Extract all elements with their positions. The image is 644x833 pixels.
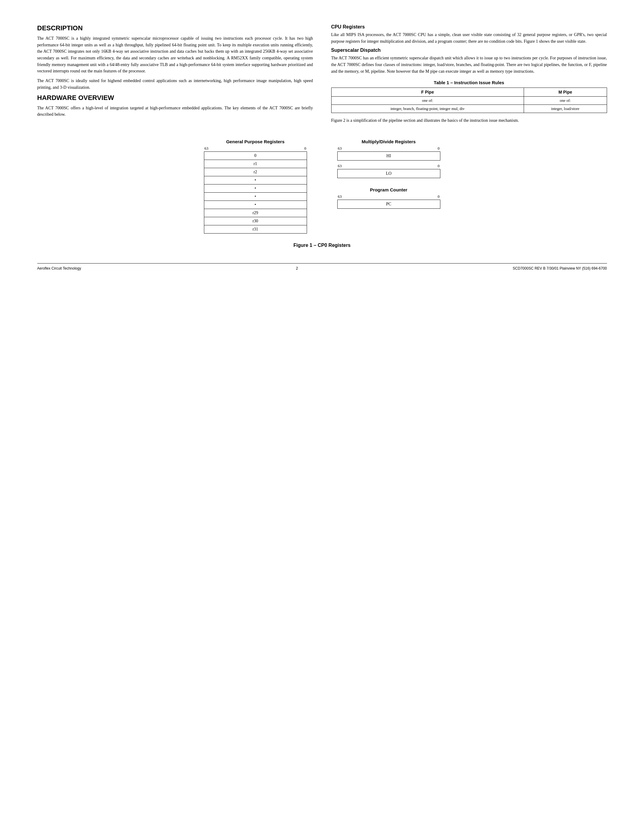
description-title: DESCRIPTION xyxy=(37,24,313,32)
md-hi-bit-labels: 63 0 xyxy=(337,146,440,151)
cpu-registers-title: CPU Registers xyxy=(331,24,607,30)
gpr-cell: r31 xyxy=(204,225,307,233)
gpr-cell: r29 xyxy=(204,209,307,217)
gpr-cell: • xyxy=(204,201,307,209)
gpr-row: • xyxy=(204,176,307,185)
figure-caption: Figure 1 – CP0 Registers xyxy=(37,243,607,248)
right-diagrams: Multiply/Divide Registers 63 0 HI 63 0 L… xyxy=(337,139,440,209)
table-row: one of: one of: xyxy=(331,96,607,105)
md-hi-register: HI xyxy=(337,151,440,161)
table-header-fpipe: F Pipe xyxy=(331,88,524,96)
instruction-table-section: Table 1 – Instruction Issue Rules F Pipe… xyxy=(331,80,607,113)
gpr-cell: r1 xyxy=(204,160,307,168)
pc-bit-labels: 63 0 xyxy=(337,194,440,199)
md-lo-bit-high: 63 xyxy=(338,164,342,169)
gpr-cell: • xyxy=(204,193,307,201)
pc-bit-high: 63 xyxy=(338,194,342,199)
superscalar-title: Superscalar Dispatch xyxy=(331,48,607,53)
md-hi-bit-high: 63 xyxy=(338,146,342,151)
gpr-cell: r2 xyxy=(204,168,307,176)
gpr-row: r1 xyxy=(204,160,307,168)
page: DESCRIPTION The ACT 7000SC is a highly i… xyxy=(37,24,607,270)
md-diagram: Multiply/Divide Registers 63 0 HI 63 0 L… xyxy=(337,139,440,178)
table-cell-fpipe-row2: integer, branch, floating-point, integer… xyxy=(331,105,524,113)
pc-title: Program Counter xyxy=(370,187,407,192)
table-header-mpipe: M Pipe xyxy=(524,88,607,96)
gpr-cell: r30 xyxy=(204,217,307,225)
gpr-bit-high: 63 xyxy=(204,146,209,151)
gpr-bit-labels: 63 0 xyxy=(204,146,307,151)
md-hi-bit-low: 0 xyxy=(438,146,440,151)
gpr-row: • xyxy=(204,185,307,193)
figure2-text: Figure 2 is a simplification of the pipe… xyxy=(331,117,607,124)
footer: Aeroflex Circuit Technology 2 SCD7000SC … xyxy=(37,263,607,270)
instruction-issue-table: F Pipe M Pipe one of: one of: integer, b… xyxy=(331,88,607,113)
gpr-cell: 0 xyxy=(204,152,307,160)
figure-section: General Purpose Registers 63 0 0r1r2••••… xyxy=(37,139,607,233)
superscalar-p1: The ACT 7000SC has an efficient symmetri… xyxy=(331,55,607,74)
cpu-registers-p1: Like all MIPS ISA processors, the ACT 70… xyxy=(331,32,607,45)
gpr-row: • xyxy=(204,193,307,201)
main-content: DESCRIPTION The ACT 7000SC is a highly i… xyxy=(37,24,607,127)
table-cell-mpipe-row2: integer, load/store xyxy=(524,105,607,113)
md-lo-bit-low: 0 xyxy=(438,164,440,169)
gpr-row: • xyxy=(204,201,307,209)
pc-diagram: Program Counter 63 0 PC xyxy=(337,187,440,209)
footer-left: Aeroflex Circuit Technology xyxy=(37,266,81,270)
hardware-title: HARDWARE OVERVIEW xyxy=(37,94,313,102)
gpr-row: r31 xyxy=(204,225,307,233)
gpr-row: r2 xyxy=(204,168,307,176)
gpr-table: 0r1r2••••r29r30r31 xyxy=(204,151,307,233)
pc-bit-low: 0 xyxy=(438,194,440,199)
footer-page-number: 2 xyxy=(296,266,298,270)
md-title: Multiply/Divide Registers xyxy=(362,139,415,144)
gpr-diagram: General Purpose Registers 63 0 0r1r2••••… xyxy=(204,139,307,233)
description-p2: The ACT 7000SC is ideally suited for hig… xyxy=(37,77,313,90)
table-cell-fpipe-row1: one of: xyxy=(331,96,524,105)
hardware-p1: The ACT 7000SC offers a high-level of in… xyxy=(37,105,313,118)
left-column: DESCRIPTION The ACT 7000SC is a highly i… xyxy=(37,24,313,127)
gpr-cell: • xyxy=(204,176,307,185)
table-row: integer, branch, floating-point, integer… xyxy=(331,105,607,113)
right-column: CPU Registers Like all MIPS ISA processo… xyxy=(331,24,607,127)
table-title: Table 1 – Instruction Issue Rules xyxy=(331,80,607,85)
description-p1: The ACT 7000SC is a highly integrated sy… xyxy=(37,35,313,74)
gpr-row: 0 xyxy=(204,152,307,160)
gpr-row: r30 xyxy=(204,217,307,225)
pc-register: PC xyxy=(337,199,440,209)
gpr-cell: • xyxy=(204,185,307,193)
footer-right: SCD7000SC REV B 7/30/01 Plainview NY (51… xyxy=(513,266,607,270)
gpr-row: r29 xyxy=(204,209,307,217)
md-lo-bit-labels: 63 0 xyxy=(337,164,440,169)
gpr-title: General Purpose Registers xyxy=(226,139,285,144)
gpr-bit-low: 0 xyxy=(304,146,306,151)
md-lo-register: LO xyxy=(337,169,440,178)
table-cell-mpipe-row1: one of: xyxy=(524,96,607,105)
